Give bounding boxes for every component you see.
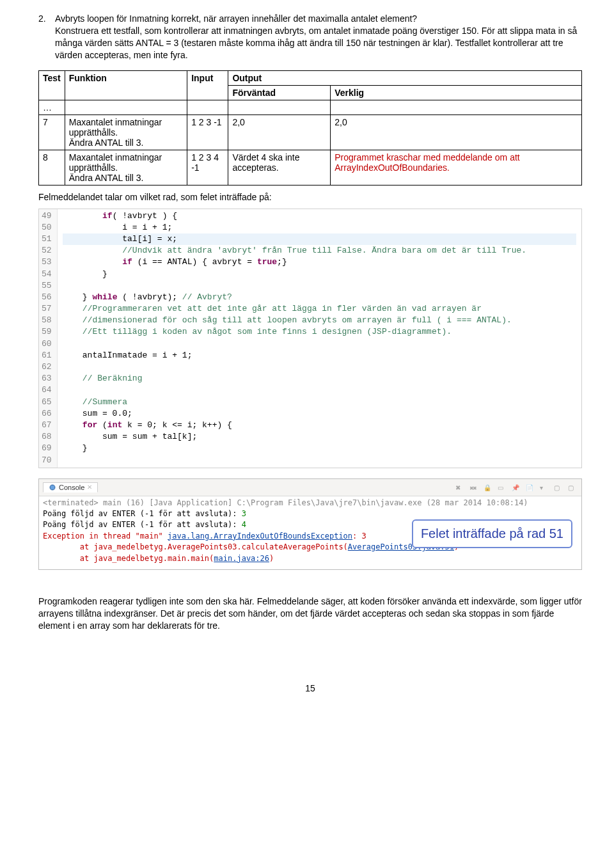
remove-all-icon[interactable] — [469, 482, 479, 493]
code-editor: 49 50 51 52 53 54 55 56 57 58 59 60 61 6… — [38, 209, 582, 468]
th-test: Test — [39, 70, 65, 100]
pin-console-icon[interactable] — [511, 482, 521, 493]
maximize-icon[interactable] — [567, 482, 578, 493]
question-para: Konstruera ett testfall, som kontrollera… — [55, 26, 577, 60]
error-intro: Felmeddelandet talar om vilket rad, som … — [38, 192, 582, 202]
table-row: 8 Maxantalet inmatningar upprätthålls. Ä… — [39, 150, 582, 185]
remove-launch-icon[interactable] — [455, 482, 465, 493]
user-input: 3 — [242, 509, 246, 518]
console-panel: Console ✕ <terminated> main (16) [Java A… — [38, 478, 582, 570]
list-number: 2. — [38, 13, 52, 25]
exception-class-link[interactable]: java.lang.ArrayIndexOutOfBoundsException — [168, 532, 352, 541]
cell-input: 1 2 3 -1 — [187, 114, 228, 150]
cell-funk: Maxantalet inmatningar upprätthålls. Änd… — [65, 114, 187, 150]
th-verklig: Verklig — [331, 85, 582, 100]
tab-close-icon[interactable]: ✕ — [87, 484, 92, 491]
test-table: Test Funktion Input Output Förväntad Ver… — [38, 70, 582, 185]
clear-console-icon[interactable] — [497, 482, 507, 493]
question-item: 2. Avbryts loopen för Inmatning korrekt,… — [38, 13, 582, 61]
cell-ellipsis: … — [39, 100, 65, 114]
cell-input: 1 2 3 4 -1 — [187, 150, 228, 185]
th-output: Output — [228, 70, 582, 85]
display-selected-icon[interactable] — [525, 482, 535, 493]
annotation-callout: Felet inträffade på rad 51 — [412, 519, 572, 548]
console-body: <terminated> main (16) [Java Application… — [39, 496, 581, 569]
line-gutter: 49 50 51 52 53 54 55 56 57 58 59 60 61 6… — [39, 209, 58, 468]
console-run-header: <terminated> main (16) [Java Application… — [43, 498, 578, 509]
cell-n: 8 — [39, 150, 65, 185]
th-forvantad: Förväntad — [228, 85, 331, 100]
console-toolbar: Console ✕ — [39, 479, 581, 496]
code-lines: if( !avbryt ) { i = i + 1; tal[i] = x; /… — [58, 209, 581, 468]
stack-frame: at java_medelbetyg.main.main(main.java:2… — [43, 553, 578, 564]
source-link[interactable]: main.java:26 — [214, 554, 269, 563]
open-console-dropdown-icon[interactable] — [539, 482, 549, 493]
cell-forv: Värdet 4 ska inte accepteras. — [228, 150, 331, 185]
user-input: 4 — [242, 520, 246, 529]
console-tab[interactable]: Console ✕ — [43, 482, 98, 493]
table-row: 7 Maxantalet inmatningar upprätthålls. Ä… — [39, 114, 582, 150]
th-input: Input — [187, 70, 228, 100]
summary-paragraph: Programkoden reagerar tydligen inte som … — [38, 596, 582, 632]
page-number: 15 — [38, 683, 582, 693]
minimize-icon[interactable] — [553, 482, 563, 493]
cell-verk: Programmet kraschar med meddelande om at… — [331, 150, 582, 185]
scroll-lock-icon[interactable] — [483, 482, 493, 493]
cell-funk: Maxantalet inmatningar upprätthålls. Änd… — [65, 150, 187, 185]
th-funktion: Funktion — [65, 70, 187, 100]
console-tab-label: Console — [59, 484, 84, 491]
console-icon — [49, 484, 56, 491]
cell-verk: 2,0 — [331, 114, 582, 150]
prompt-label: Poäng följd av ENTER (-1 för att avsluta… — [43, 509, 242, 518]
question-text: Avbryts loopen för Inmatning korrekt, nä… — [55, 13, 417, 24]
prompt-label: Poäng följd av ENTER (-1 för att avsluta… — [43, 520, 242, 529]
cell-n: 7 — [39, 114, 65, 150]
table-row-ellipsis: … — [39, 100, 582, 114]
cell-forv: 2,0 — [228, 114, 331, 150]
